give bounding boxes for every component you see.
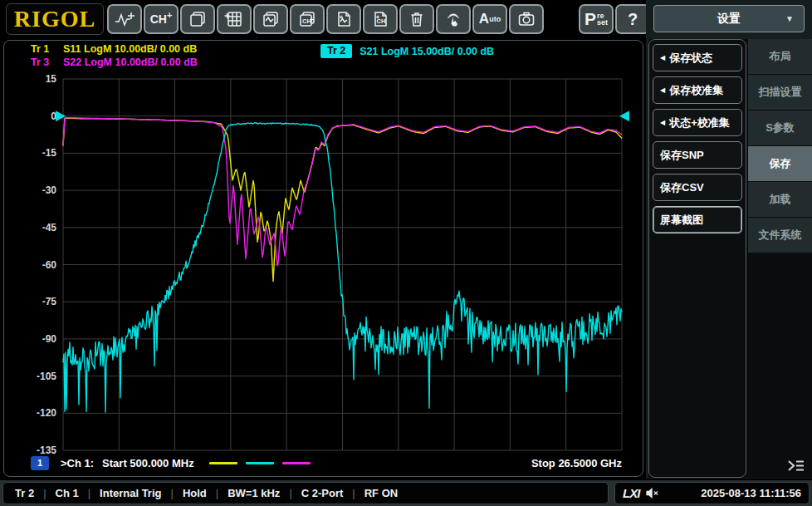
submenu-item-4[interactable]: 保存CSV (653, 174, 742, 201)
touch-icon (443, 9, 463, 29)
y-axis-tick: -75 (42, 296, 57, 307)
collapse-menu-icon (787, 459, 805, 472)
status-separator: | (352, 487, 355, 499)
submenu-item-label: 状态+校准集 (669, 115, 730, 130)
submenu-item-label: 保存状态 (669, 51, 712, 66)
submenu-item-label: 保存SNP (660, 148, 704, 163)
auto-scale-button[interactable]: Auto (472, 4, 507, 34)
status-item-6: RF ON (364, 487, 398, 499)
menu-title: 设置 (717, 12, 741, 27)
channel-number-badge[interactable]: 1 (31, 456, 49, 470)
y-axis-tick: -90 (42, 333, 57, 345)
paste-trace-button[interactable] (326, 4, 361, 34)
graph-panel: 150-15-30-45-60-75-90-105-120-135 Tr 1 S… (3, 40, 643, 477)
menu-tab-2[interactable]: S参数 (748, 111, 812, 145)
submenu-item-5[interactable]: 屏幕截图 (653, 206, 742, 233)
copy-channel-button[interactable]: CH (290, 4, 325, 34)
y-axis-tick: -60 (42, 259, 57, 271)
submenu-panel: ◀保存状态◀保存校准集◀状态+校准集保存SNP保存CSV屏幕截图 (648, 39, 746, 478)
submenu-item-3[interactable]: 保存SNP (653, 141, 742, 169)
toolbar-buttons: CH+ CH CH (107, 4, 650, 34)
submenu-item-1[interactable]: ◀保存校准集 (653, 76, 742, 104)
menu-sidebar: 设置 ▼ ◀保存状态◀保存校准集◀状态+校准集保存SNP保存CSV屏幕截图 布局… (646, 0, 812, 479)
auto-label-uto: uto (489, 15, 501, 23)
datetime: 2025-08-13 11:11:56 (701, 487, 801, 499)
menu-tab-4[interactable]: 加载 (748, 182, 812, 217)
submenu-item-label: 保存CSV (660, 180, 704, 195)
lxi-logo: LXI (623, 486, 639, 500)
trace1-label-row[interactable]: Tr 1 S11 LogM 10.00dB/ 0.00 dB (31, 43, 197, 55)
copy-trace-button[interactable] (253, 4, 288, 34)
stacked-windows-icon (188, 9, 208, 29)
y-axis-tick: 15 (46, 73, 57, 85)
window-layout-button[interactable] (180, 4, 215, 34)
trace1-settings: S11 LogM 10.00dB/ 0.00 dB (63, 43, 197, 55)
rigol-logo-text: RIGOL (14, 6, 95, 32)
stop-frequency[interactable]: Stop 26.5000 GHz (531, 457, 622, 469)
trace-color-legend (209, 462, 311, 464)
menu-title-dropdown[interactable]: 设置 ▼ (653, 5, 805, 32)
chevron-down-icon: ▼ (785, 14, 794, 23)
trace3-label-row[interactable]: Tr 3 S22 LogM 10.00dB/ 0.00 dB (31, 56, 198, 68)
status-separator: | (216, 487, 218, 499)
delete-button[interactable] (399, 4, 434, 34)
submenu-item-2[interactable]: ◀状态+校准集 (653, 109, 742, 136)
mute-icon[interactable] (646, 488, 659, 499)
preset-button[interactable]: P re set (579, 4, 614, 34)
y-axis-tick: -45 (42, 222, 57, 233)
sidebar-body: ◀保存状态◀保存校准集◀状态+校准集保存SNP保存CSV屏幕截图 布局扫描设置S… (648, 39, 812, 478)
trace2-settings: S21 LogM 15.00dB/ 0.00 dB (360, 46, 494, 57)
menu-tab-5[interactable]: 文件系统 (748, 218, 812, 253)
paste-channel-button[interactable]: CH (363, 4, 398, 34)
paste-channel-icon: CH (370, 9, 390, 29)
status-separator: | (43, 487, 46, 499)
status-item-2: Internal Trig (100, 487, 161, 499)
menu-tabs: 布局扫描设置S参数保存加载文件系统 (746, 39, 812, 478)
ref-level-marker-right[interactable] (619, 111, 629, 121)
rigol-logo: RIGOL (6, 3, 104, 35)
add-channel-plus: + (167, 10, 172, 20)
trace3-settings: S22 LogM 10.00dB/ 0.00 dB (63, 56, 198, 68)
status-item-4: BW=1 kHz (227, 487, 280, 499)
trace2-label-row[interactable]: Tr 2 S21 LogM 15.00dB/ 0.00 dB (320, 44, 494, 58)
trash-icon (407, 9, 427, 29)
status-item-1: Ch 1 (56, 487, 79, 499)
preset-label-p: P (585, 9, 596, 29)
svg-text:CH: CH (302, 17, 311, 25)
start-frequency[interactable]: Start 500.000 MHz (102, 457, 194, 469)
auto-label-a: A (479, 11, 489, 27)
screenshot-button[interactable] (509, 4, 544, 34)
status-item-0: Tr 2 (15, 487, 34, 499)
preset-label-set: set (597, 19, 608, 26)
trace1-id: Tr 1 (31, 43, 63, 55)
expand-left-icon: ◀ (660, 54, 665, 61)
add-channel-label: CH (150, 12, 167, 26)
status-readouts: Tr 2|Ch 1|Internal Trig|Hold|BW=1 kHz|C … (2, 482, 609, 504)
copy-trace-icon (261, 9, 281, 29)
submenu-item-0[interactable]: ◀保存状态 (653, 44, 742, 71)
submenu-item-label: 屏幕截图 (660, 213, 703, 228)
help-button[interactable]: ? (615, 4, 650, 34)
status-bar: Tr 2|Ch 1|Internal Trig|Hold|BW=1 kHz|C … (0, 480, 812, 506)
y-axis-tick: -30 (42, 184, 57, 196)
add-channel-button[interactable]: CH+ (144, 4, 179, 34)
menu-tab-3[interactable]: 保存 (748, 146, 812, 181)
add-trace-button[interactable] (107, 4, 142, 34)
legend-swatch-0 (209, 462, 237, 464)
menu-tab-1[interactable]: 扫描设置 (748, 75, 812, 110)
status-item-3: Hold (183, 487, 207, 499)
legend-swatch-1 (246, 462, 274, 464)
status-separator: | (289, 487, 291, 499)
legend-swatch-2 (282, 462, 311, 464)
table-plus-icon (224, 9, 244, 29)
menu-tab-0[interactable]: 布局 (748, 39, 812, 74)
status-separator: | (88, 487, 90, 499)
channel-bar: 1 >Ch 1: Start 500.000 MHz Stop 26.5000 … (4, 453, 644, 473)
collapse-menu-button[interactable] (785, 458, 807, 474)
expand-left-icon: ◀ (660, 119, 665, 126)
table-add-button[interactable] (217, 4, 252, 34)
vna-screen: RIGOL CH+ CH CH (0, 0, 812, 506)
touch-toggle-button[interactable] (436, 4, 471, 34)
expand-left-icon: ◀ (660, 86, 665, 94)
waveform-plus-icon (114, 9, 135, 29)
